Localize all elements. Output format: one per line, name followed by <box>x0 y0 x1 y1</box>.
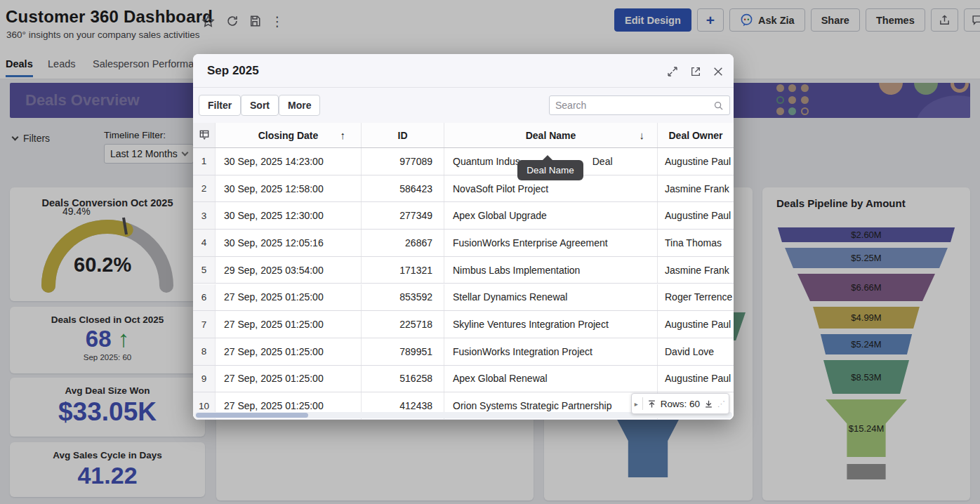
table-cell: Augustine Paul <box>658 148 734 175</box>
table-cell: 789951 <box>362 338 444 365</box>
table-cell: Nimbus Labs Implementation <box>444 257 658 284</box>
table-cell: 7 <box>193 311 216 338</box>
table-cell: Skyline Ventures Integration Project <box>444 311 658 338</box>
filter-button[interactable]: Filter <box>199 95 241 116</box>
close-icon[interactable] <box>711 65 725 79</box>
table-header-row: Closing Date ↑ ID Deal Name ↓ Deal Owner <box>193 123 734 148</box>
collapse-arrow-icon[interactable]: ▸ <box>635 400 638 408</box>
table-cell: 30 Sep, 2025 12:58:00 <box>216 175 362 202</box>
table-cell: 6 <box>193 284 216 311</box>
table-row[interactable]: 727 Sep, 2025 01:25:00225718Skyline Vent… <box>193 311 734 338</box>
table-cell: Augustine Paul <box>658 311 734 338</box>
table-cell: 2 <box>193 175 216 202</box>
search-box <box>549 95 730 115</box>
table-cell: 27 Sep, 2025 01:25:00 <box>216 366 362 392</box>
table-cell: 29 Sep, 2025 03:54:00 <box>216 257 362 284</box>
table-cell: 977089 <box>362 148 444 175</box>
divider <box>642 397 643 410</box>
table-cell: Stellar Dynamics Renewal <box>444 284 658 311</box>
sort-desc-icon: ↓ <box>640 129 645 141</box>
table-cell: 27 Sep, 2025 01:25:00 <box>216 284 362 311</box>
table-cell: 225718 <box>362 311 444 338</box>
scroll-to-bottom-icon[interactable] <box>704 399 713 409</box>
table-cell: 27 Sep, 2025 01:25:00 <box>216 338 362 365</box>
column-header-deal-name[interactable]: Deal Name ↓ <box>444 123 658 147</box>
sort-asc-icon: ↑ <box>340 129 346 141</box>
resize-grip-icon[interactable]: ⋰ <box>717 399 724 409</box>
table-cell: Roger Terrence <box>658 284 734 311</box>
table-cell: Tina Thomas <box>658 230 734 256</box>
table-cell: Apex Global Upgrade <box>444 202 658 229</box>
table-row[interactable]: 927 Sep, 2025 01:25:00516258Apex Global … <box>193 366 734 393</box>
table-cell: 3 <box>193 202 216 229</box>
table-cell: 9 <box>193 366 216 392</box>
rows-pagination: ▸ Rows: 60 ⋰ <box>631 393 729 414</box>
table-cell: 5 <box>193 257 216 284</box>
table-cell: FusionWorks Enterprise Agreement <box>444 230 658 256</box>
table-cell: Jasmine Frank <box>658 257 734 284</box>
table-cell: Jasmine Frank <box>658 175 734 202</box>
sort-button[interactable]: Sort <box>241 95 279 116</box>
table-cell: Apex Global Renewal <box>444 366 658 392</box>
table-cell: 30 Sep, 2025 12:30:00 <box>216 202 362 229</box>
table-row[interactable]: 130 Sep, 2025 14:23:00977089Quantum Indu… <box>193 148 734 175</box>
column-settings-icon[interactable] <box>193 123 216 147</box>
table-cell: 516258 <box>362 366 444 392</box>
column-tooltip: Deal Name <box>517 160 583 180</box>
tooltip-caret-icon <box>543 155 552 160</box>
column-header-deal-owner[interactable]: Deal Owner <box>658 123 734 147</box>
drilldown-modal: Sep 2025 Filter Sort More <box>193 54 734 420</box>
modal-toolbar: Filter Sort More <box>193 88 734 123</box>
modal-title: Sep 2025 <box>207 64 259 78</box>
table-cell: 586423 <box>362 175 444 202</box>
table-cell: 4 <box>193 230 216 256</box>
table-cell: 853592 <box>362 284 444 311</box>
more-button[interactable]: More <box>279 95 320 116</box>
table-cell: Augustine Paul <box>658 366 734 392</box>
table-cell: 30 Sep, 2025 14:23:00 <box>216 148 362 175</box>
modal-header: Sep 2025 <box>193 54 734 88</box>
table-cell: 26867 <box>362 230 444 256</box>
search-icon <box>713 100 724 111</box>
table-row[interactable]: 430 Sep, 2025 12:05:1626867FusionWorks E… <box>193 230 734 257</box>
table-row[interactable]: 330 Sep, 2025 12:30:00277349Apex Global … <box>193 202 734 230</box>
rows-count-label: Rows: 60 <box>661 399 700 409</box>
scroll-to-top-icon[interactable] <box>647 399 656 409</box>
table-cell: 1 <box>193 148 216 175</box>
table-cell: 27 Sep, 2025 01:25:00 <box>216 311 362 338</box>
table-row[interactable]: 827 Sep, 2025 01:25:00789951FusionWorks … <box>193 338 734 366</box>
deals-table: Closing Date ↑ ID Deal Name ↓ Deal Owner… <box>193 123 734 420</box>
column-header-closing-date[interactable]: Closing Date ↑ <box>216 123 362 147</box>
table-cell: 171321 <box>362 257 444 284</box>
table-row[interactable]: 627 Sep, 2025 01:25:00853592Stellar Dyna… <box>193 284 734 312</box>
search-input[interactable] <box>555 100 703 111</box>
table-cell: David Love <box>658 338 734 365</box>
table-cell: FusionWorks Integration Project <box>444 338 658 365</box>
table-row[interactable]: 230 Sep, 2025 12:58:00586423NovaSoft Pil… <box>193 175 734 203</box>
open-in-new-icon[interactable] <box>689 65 703 79</box>
scrollbar-thumb[interactable] <box>196 413 308 418</box>
table-row[interactable]: 529 Sep, 2025 03:54:00171321Nimbus Labs … <box>193 257 734 284</box>
table-cell: Augustine Paul <box>658 202 734 229</box>
table-cell: 30 Sep, 2025 12:05:16 <box>216 230 362 256</box>
table-cell: 277349 <box>362 202 444 229</box>
column-header-id[interactable]: ID <box>362 123 444 147</box>
expand-icon[interactable] <box>666 65 680 79</box>
table-cell: 8 <box>193 338 216 365</box>
